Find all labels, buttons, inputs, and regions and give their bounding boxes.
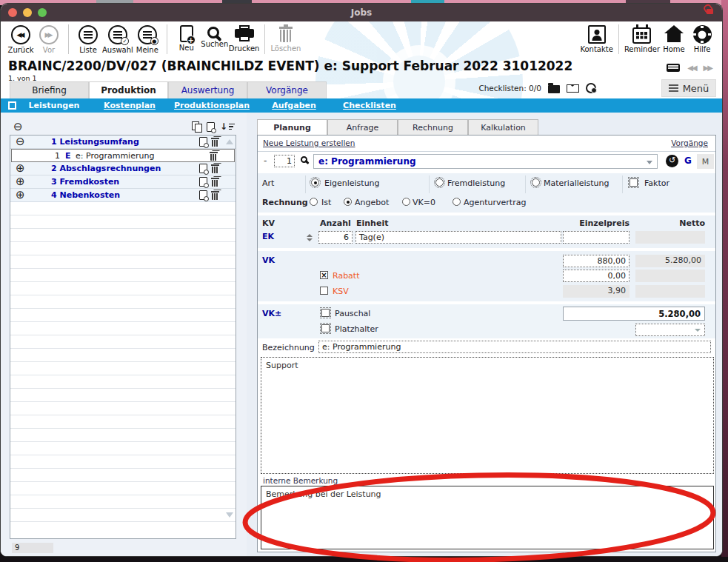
minimize-window-button[interactable] xyxy=(23,8,32,17)
menu-button[interactable]: Menü xyxy=(661,79,716,97)
new-item-icon[interactable] xyxy=(199,190,207,200)
tree-row-nebenkosten[interactable]: ⊕ 4 Nebenkosten xyxy=(10,189,236,202)
ek-einzelpreis-field[interactable] xyxy=(563,231,630,244)
new-leistung-link[interactable]: Neue Leistung erstellen xyxy=(263,138,355,147)
g-button[interactable]: G xyxy=(684,155,692,166)
new-button[interactable]: + Neu xyxy=(173,24,201,52)
search-leistung-icon[interactable] xyxy=(301,156,307,163)
tab-briefing[interactable]: Briefing xyxy=(10,81,89,98)
bezeichnung-field[interactable]: e: Programmierung xyxy=(318,341,711,353)
tab-vorgaenge[interactable]: Vorgänge xyxy=(247,81,327,98)
new-item-icon[interactable] xyxy=(199,137,207,147)
scroll-up-arrow[interactable] xyxy=(226,139,233,144)
collapse-all-icon[interactable]: ⊖ xyxy=(13,121,23,133)
ek-sort-icon[interactable] xyxy=(307,234,313,237)
new-item-icon[interactable] xyxy=(199,164,207,173)
tab-rechnung[interactable]: Rechnung xyxy=(398,119,468,135)
remove-leistung-button[interactable]: - xyxy=(264,155,267,166)
subnav-checkbox[interactable] xyxy=(8,101,16,110)
titlebar[interactable]: Jobs xyxy=(1,4,722,21)
radio-fremdleistung[interactable] xyxy=(435,178,444,187)
delete-item-icon[interactable] xyxy=(211,190,219,200)
checkbox-ksv[interactable] xyxy=(320,287,328,295)
expand-icon[interactable]: ⊕ xyxy=(16,163,25,174)
delete-item-icon[interactable] xyxy=(211,177,219,187)
scroll-down-arrow[interactable] xyxy=(226,512,233,518)
checkbox-faktor[interactable] xyxy=(630,178,638,187)
tree-empty-row xyxy=(10,442,236,455)
tree-row-abschlagsrechnungen[interactable]: ⊕ 2 Abschlagsrechnungen xyxy=(10,162,236,175)
tab-kalkulation[interactable]: Kalkulation xyxy=(468,119,538,135)
bezeichnung-label: Bezeichnung xyxy=(262,343,315,352)
collapse-icon[interactable]: ⊖ xyxy=(16,136,25,147)
next-record-icon[interactable]: ▶▶ xyxy=(704,64,712,72)
mail-icon[interactable] xyxy=(567,84,579,93)
position-number-field[interactable]: 1 xyxy=(274,155,295,167)
beschreibung-textarea[interactable]: Support xyxy=(261,357,714,474)
toolbar-separator xyxy=(618,24,619,54)
back-icon: ◀◀ xyxy=(11,25,30,44)
vorgaenge-link[interactable]: Vorgänge xyxy=(671,138,708,147)
new-item-icon[interactable] xyxy=(199,177,207,187)
tab-auswertung[interactable]: Auswertung xyxy=(168,81,247,98)
chevron-down-icon[interactable] xyxy=(647,161,652,164)
list-button[interactable]: Liste xyxy=(74,24,102,54)
vk-einzelpreis-field[interactable]: 880,00 xyxy=(563,255,630,267)
tree-row-programmierung-selected[interactable]: 1 E e: Programmierung xyxy=(11,149,235,162)
reminder-button[interactable]: Reminder xyxy=(624,24,660,53)
interne-bemerkung-textarea[interactable]: Bemerkung bei der Leistung xyxy=(261,486,714,549)
new-document-icon: + xyxy=(180,25,193,42)
ek-anzahl-field[interactable]: 6 xyxy=(318,231,353,244)
radio-vk0[interactable] xyxy=(402,198,410,206)
radio-materialleistung[interactable] xyxy=(532,178,540,187)
contacts-button[interactable]: Kontakte xyxy=(580,24,612,53)
zoom-window-button[interactable] xyxy=(38,8,47,17)
delete-item-icon[interactable] xyxy=(210,151,218,161)
checkbox-rabatt[interactable]: × xyxy=(320,271,328,279)
radio-eigenleistung[interactable] xyxy=(311,178,319,187)
new-item-icon[interactable] xyxy=(207,122,215,132)
rabatt-value-field[interactable]: 0,00 xyxy=(563,270,630,282)
folder-icon[interactable] xyxy=(548,85,560,93)
home-button[interactable]: Home xyxy=(660,24,688,53)
search-button[interactable]: Suchen xyxy=(201,24,229,48)
tab-planung[interactable]: Planung xyxy=(257,119,327,135)
close-window-button[interactable] xyxy=(8,8,17,17)
subnav-produktionsplan[interactable]: Produktionsplan xyxy=(167,101,256,110)
tree-empty-row xyxy=(10,402,236,415)
app-window: Jobs ◀◀ Zurück ▶▶ Vor Liste ✓ Auswahl xyxy=(0,3,723,557)
subnav-kostenplan[interactable]: Kostenplan xyxy=(92,101,167,110)
ek-einheit-field[interactable]: Tag(e) xyxy=(355,231,561,244)
tab-produktion[interactable]: Produktion xyxy=(89,81,168,98)
my-records-button[interactable]: ● Meine xyxy=(133,24,161,54)
m-button[interactable]: M xyxy=(697,154,714,169)
sort-icon[interactable]: ↓ xyxy=(220,122,235,131)
help-button[interactable]: Hilfe xyxy=(688,24,716,53)
copy-icon[interactable] xyxy=(192,121,201,132)
subnav-leistungen[interactable]: Leistungen xyxy=(16,101,92,110)
radio-agenturvertrag[interactable] xyxy=(453,198,461,206)
tab-anfrage[interactable]: Anfrage xyxy=(327,119,398,135)
radio-ist[interactable] xyxy=(310,198,318,206)
tree-row-leistungsumfang[interactable]: ⊖ 1 Leistungsumfang xyxy=(10,136,236,149)
expand-icon[interactable]: ⊕ xyxy=(16,190,25,201)
expand-icon[interactable]: ⊕ xyxy=(16,176,25,187)
vkpm-dropdown[interactable] xyxy=(635,324,705,336)
back-button[interactable]: ◀◀ Zurück xyxy=(7,24,35,54)
checkbox-pauschal[interactable] xyxy=(321,309,330,317)
subnav-checklisten[interactable]: Checklisten xyxy=(332,101,407,110)
support-clock-icon[interactable] xyxy=(586,83,596,93)
leistung-combobox[interactable]: e: Programmierung xyxy=(313,154,658,169)
radio-angebot[interactable] xyxy=(344,198,352,206)
subnav-aufgaben[interactable]: Aufgaben xyxy=(256,101,332,110)
keyboard-icon[interactable] xyxy=(667,64,680,72)
checkbox-platzhalter[interactable] xyxy=(321,324,330,332)
selection-button[interactable]: ✓ Auswahl xyxy=(102,24,133,54)
delete-item-icon[interactable] xyxy=(211,164,219,173)
print-button[interactable]: Drucken xyxy=(229,24,260,53)
previous-record-icon[interactable]: ◀◀ xyxy=(687,64,695,72)
delete-item-icon[interactable] xyxy=(211,137,219,147)
ksv-netto-field xyxy=(635,285,705,298)
tree-row-fremdkosten[interactable]: ⊕ 3 Fremdkosten xyxy=(10,175,236,189)
revert-icon[interactable]: ↺ xyxy=(666,155,678,167)
